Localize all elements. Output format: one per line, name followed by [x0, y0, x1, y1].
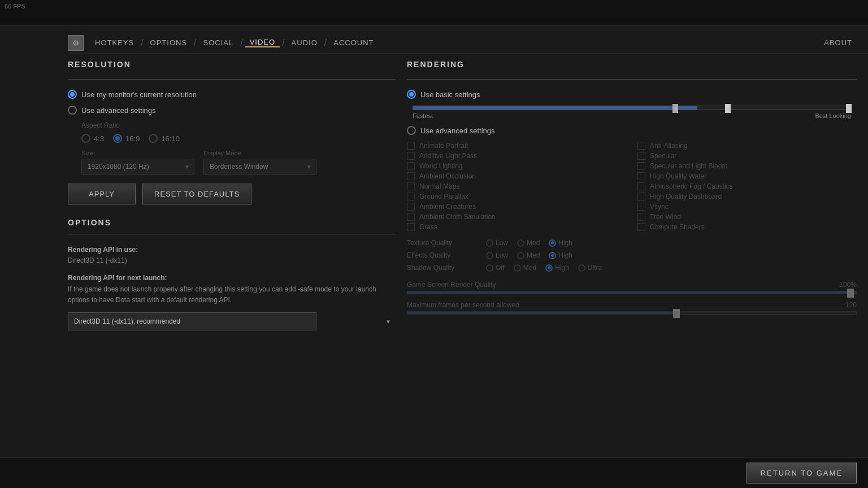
- quality-slider-thumb2[interactable]: [725, 104, 731, 113]
- display-select[interactable]: Borderless Window Fullscreen Windowed: [203, 159, 316, 175]
- checkbox-ambient-occlusion-box[interactable]: [407, 172, 415, 180]
- checkbox-grass[interactable]: Grass: [407, 223, 626, 231]
- checkbox-ambient-creatures-box[interactable]: [407, 203, 415, 211]
- effects-med-radio[interactable]: [517, 252, 524, 259]
- nav-video[interactable]: VIDEO: [245, 38, 280, 47]
- checkbox-cloth-sim[interactable]: Ambient Cloth Simulation: [407, 213, 626, 221]
- size-dropdown-wrapper[interactable]: 1920x1080 (120 Hz) 1920x1080 (60 Hz) 128…: [81, 159, 194, 175]
- nav-about[interactable]: ABOUT: [819, 38, 857, 47]
- reset-button[interactable]: RESET TO DEFAULTS: [142, 184, 251, 204]
- aspect-16-10-radio[interactable]: [149, 134, 158, 143]
- effects-low[interactable]: Low: [486, 251, 508, 259]
- api-dropdown-wrapper[interactable]: Direct3D 11 (-dx11), recommended Vulkan …: [68, 312, 396, 330]
- aspect-4-3-radio[interactable]: [81, 134, 90, 143]
- checkbox-animate-portrait-box[interactable]: [407, 142, 415, 150]
- checkbox-ambient-occlusion[interactable]: Ambient Occlusion: [407, 172, 626, 180]
- effects-high-radio[interactable]: [549, 252, 556, 259]
- max-fps-label: Maximum frames per second allowed: [407, 301, 519, 309]
- radio-render-advanced-button[interactable]: [407, 126, 416, 135]
- nav-social[interactable]: SOCIAL: [199, 38, 238, 47]
- shadow-ultra-radio[interactable]: [578, 264, 585, 272]
- checkbox-atm-fog[interactable]: Atmospheric Fog / Caustics: [637, 182, 857, 190]
- checkbox-specular[interactable]: Specular: [637, 152, 857, 160]
- game-screen-slider-track[interactable]: [407, 291, 857, 294]
- texture-high-radio[interactable]: [549, 239, 556, 247]
- quality-slider-track[interactable]: [413, 106, 851, 110]
- max-fps-slider-track[interactable]: [407, 311, 857, 315]
- texture-med[interactable]: Med: [517, 239, 540, 247]
- shadow-off-radio[interactable]: [486, 264, 493, 272]
- rendering-basic-radio[interactable]: Use basic settings: [407, 90, 857, 99]
- checkbox-world-lighting[interactable]: World Lighting: [407, 162, 626, 170]
- checkbox-animate-portrait[interactable]: Animate Portrait: [407, 142, 626, 150]
- max-fps-slider-thumb[interactable]: [673, 309, 680, 318]
- checkbox-vsync[interactable]: Vsync: [637, 203, 857, 211]
- api-select[interactable]: Direct3D 11 (-dx11), recommended Vulkan …: [68, 312, 316, 330]
- checkbox-tree-wind[interactable]: Tree Wind: [637, 213, 857, 221]
- size-select[interactable]: 1920x1080 (120 Hz) 1920x1080 (60 Hz) 128…: [81, 159, 194, 175]
- radio-monitor-button[interactable]: [68, 90, 77, 99]
- checkbox-world-lighting-box[interactable]: [407, 162, 415, 170]
- shadow-high-radio[interactable]: [545, 264, 553, 272]
- effects-high[interactable]: High: [549, 251, 572, 259]
- effects-low-radio[interactable]: [486, 252, 493, 259]
- shadow-med[interactable]: Med: [514, 264, 536, 272]
- aspect-4-3[interactable]: 4:3: [81, 134, 104, 143]
- checkbox-tree-wind-box[interactable]: [637, 213, 645, 221]
- checkbox-vsync-label: Vsync: [650, 203, 669, 211]
- checkbox-additive-light[interactable]: Additive Light Pass: [407, 152, 626, 160]
- checkbox-vsync-box[interactable]: [637, 203, 645, 211]
- effects-med[interactable]: Med: [517, 251, 540, 259]
- shadow-ultra[interactable]: Ultra: [578, 264, 602, 272]
- resolution-radio-advanced[interactable]: Use advanced settings: [68, 106, 396, 115]
- checkbox-ground-parallax[interactable]: Ground Parallax: [407, 193, 626, 201]
- checkbox-anti-aliasing[interactable]: Anti-Aliasing: [637, 142, 857, 150]
- texture-low-radio[interactable]: [486, 239, 493, 247]
- resolution-radio-monitor[interactable]: Use my monitor's current resolution: [68, 90, 396, 99]
- nav-account[interactable]: ACCOUNT: [329, 38, 378, 47]
- checkbox-ambient-creatures[interactable]: Ambient Creatures: [407, 203, 626, 211]
- checkbox-compute-shaders[interactable]: Compute Shaders: [637, 223, 857, 231]
- rendering-advanced-radio[interactable]: Use advanced settings: [407, 126, 857, 135]
- nav-hotkeys[interactable]: HOTKEYS: [90, 38, 138, 47]
- checkbox-ground-parallax-box[interactable]: [407, 193, 415, 201]
- nav-audio[interactable]: AUDIO: [287, 38, 322, 47]
- effects-high-inner: [551, 254, 554, 257]
- checkbox-specular-box[interactable]: [637, 152, 645, 160]
- shadow-quality-radios: Off Med High Ultra: [486, 264, 602, 272]
- checkbox-hq-dashboard[interactable]: High Quality Dashboard: [637, 193, 857, 201]
- radio-advanced-button[interactable]: [68, 106, 77, 115]
- texture-med-radio[interactable]: [517, 239, 524, 247]
- checkbox-atm-fog-box[interactable]: [637, 182, 645, 190]
- checkbox-hq-water[interactable]: High Quality Water: [637, 172, 857, 180]
- shadow-high[interactable]: High: [545, 264, 569, 272]
- checkbox-cloth-sim-box[interactable]: [407, 213, 415, 221]
- shadow-med-radio[interactable]: [514, 264, 521, 272]
- checkbox-specular-bloom-box[interactable]: [637, 162, 645, 170]
- apply-button[interactable]: APPLY: [68, 184, 136, 204]
- checkbox-additive-light-box[interactable]: [407, 152, 415, 160]
- checkbox-grass-box[interactable]: [407, 223, 415, 231]
- aspect-16-10[interactable]: 16:10: [149, 134, 180, 143]
- aspect-16-9-radio[interactable]: [113, 134, 122, 143]
- checkbox-hq-water-box[interactable]: [637, 172, 645, 180]
- return-to-game-button[interactable]: RETURN TO GAME: [747, 463, 857, 483]
- shadow-off[interactable]: Off: [486, 264, 505, 272]
- resolution-title: RESOLUTION: [68, 60, 396, 69]
- texture-high[interactable]: High: [549, 239, 572, 247]
- game-screen-slider-fill: [407, 291, 856, 294]
- checkbox-anti-aliasing-box[interactable]: [637, 142, 645, 150]
- checkbox-specular-bloom[interactable]: Specular and Light Bloom: [637, 162, 857, 170]
- texture-low[interactable]: Low: [486, 239, 508, 247]
- quality-slider-thumb1[interactable]: [672, 104, 678, 113]
- checkbox-normal-maps-box[interactable]: [407, 182, 415, 190]
- radio-basic-button[interactable]: [407, 90, 416, 99]
- nav-options[interactable]: OPTIONS: [146, 38, 192, 47]
- checkbox-cloth-sim-label: Ambient Cloth Simulation: [419, 213, 496, 221]
- checkbox-normal-maps[interactable]: Normal Maps: [407, 182, 626, 190]
- aspect-16-9[interactable]: 16:9: [113, 134, 140, 143]
- checkbox-compute-shaders-box[interactable]: [637, 223, 645, 231]
- display-dropdown-wrapper[interactable]: Borderless Window Fullscreen Windowed ▼: [203, 159, 316, 175]
- checkbox-hq-dashboard-box[interactable]: [637, 193, 645, 201]
- game-screen-slider-thumb[interactable]: [847, 289, 854, 298]
